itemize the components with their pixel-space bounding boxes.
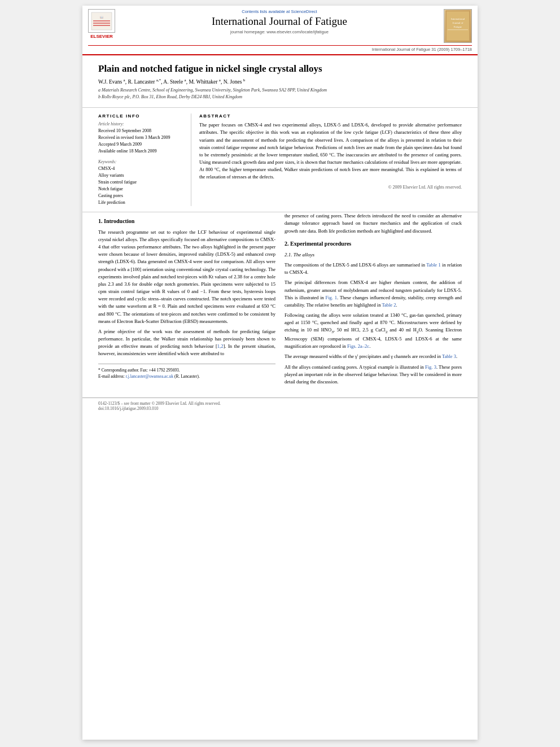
svg-rect-3 [93, 23, 110, 24]
received-date: Received 10 September 2008 [98, 128, 185, 134]
article-info-label: ARTICLE INFO [98, 113, 185, 119]
intro-para1: The research programme set out to explor… [98, 229, 275, 325]
abstract-column: ABSTRACT The paper focuses on CMSX-4 and… [199, 113, 462, 206]
keywords-label: Keywords: [98, 159, 185, 164]
keywords-block: Keywords: CMSX-4 Alloy variants Strain c… [98, 159, 185, 206]
available-date: Available online 18 March 2009 [98, 148, 185, 155]
accepted-date: Accepted 9 March 2009 [98, 141, 185, 148]
footnote-corresponding: * Corresponding author. Fax: +44 1792 29… [98, 367, 275, 373]
contents-text: Contents lists available at [242, 9, 290, 14]
journal-homepage: journal homepage: www.elsevier.com/locat… [121, 29, 438, 34]
keyword-6: Life prediction [98, 199, 185, 206]
authors-text: W.J. Evans a, R. Lancaster a,*, A. Steel… [98, 79, 245, 85]
body-right-column: the presence of casting pores. These def… [285, 212, 462, 388]
keyword-5: Casting pores [98, 193, 185, 199]
svg-text:Journal of: Journal of [452, 21, 463, 24]
affiliations: a Materials Research Centre, School of E… [98, 87, 462, 101]
elsevier-logo-image: 📖 [88, 9, 115, 33]
alloys-para2: The principal differences from CMSX-4 ar… [285, 279, 462, 309]
abstract-label: ABSTRACT [199, 113, 462, 119]
alloys-para4: The average measured widths of the γ' pr… [285, 353, 462, 360]
copyright-line: © 2009 Elsevier Ltd. All rights reserved… [199, 185, 462, 190]
alloys-para5: All the alloys contained casting pores. … [285, 364, 462, 386]
table2-link[interactable]: Table 2 [382, 302, 396, 308]
footer-doi: doi:10.1016/j.ijfatigue.2009.03.010 [98, 406, 158, 411]
abstract-text: The paper focuses on CMSX-4 and two expe… [199, 121, 462, 181]
svg-text:International: International [451, 18, 465, 20]
journal-meta: International Journal of Fatigue 31 (200… [88, 46, 472, 52]
figs2ac-link[interactable]: Figs. 2a–2c [347, 343, 369, 349]
experimental-heading: 2. Experimental procedures [285, 239, 462, 248]
table3-link[interactable]: Table 3 [442, 353, 456, 359]
affiliation-a: a Materials Research Centre, School of E… [98, 87, 462, 94]
journal-cover-thumbnail: International Journal of Fatigue [444, 9, 472, 43]
intro-para2: A prime objective of the work was the as… [98, 328, 275, 358]
table1-link[interactable]: Table 1 [426, 262, 440, 268]
footer-bar: 0142-1123/$ – see front matter © 2009 El… [82, 397, 478, 414]
elsevier-logo-block: 📖 ELSEVIER [88, 9, 115, 39]
footer-issn: 0142-1123/$ – see front matter © 2009 El… [98, 401, 221, 406]
email-link[interactable]: r.j.lancaster@swansea.ac.uk [126, 374, 173, 379]
alloys-subheading: 2.1. The alloys [285, 251, 462, 259]
footnote-area: * Corresponding author. Fax: +44 1792 29… [98, 364, 275, 380]
intro-heading: 1. Introduction [98, 217, 275, 226]
contents-line: Contents lists available at ScienceDirec… [121, 9, 438, 14]
alloys-para3: Following casting the alloys were soluti… [285, 312, 462, 350]
keyword-4: Notch fatigue [98, 186, 185, 193]
footnote-email: E-mail address: r.j.lancaster@swansea.ac… [98, 373, 275, 379]
revised-date: Received in revised form 3 March 2009 [98, 134, 185, 141]
keyword-1: CMSX-4 [98, 165, 185, 172]
elsevier-label: ELSEVIER [90, 34, 113, 39]
journal-center-block: Contents lists available at ScienceDirec… [115, 9, 444, 34]
affiliation-b: b Rolls-Royce plc, P.O. Box 31, Elton Ro… [98, 94, 462, 101]
article-info-column: ARTICLE INFO Article history: Received 1… [98, 113, 191, 206]
svg-rect-4 [93, 25, 110, 26]
svg-text:Fatigue: Fatigue [454, 25, 462, 28]
article-header: Plain and notched fatigue in nickel sing… [82, 55, 478, 108]
info-abstract-section: ARTICLE INFO Article history: Received 1… [82, 108, 478, 212]
keyword-2: Alloy variants [98, 172, 185, 179]
page: 📖 ELSEVIER Contents lists available at S… [82, 6, 478, 740]
journal-title: International Journal of Fatigue [121, 15, 438, 28]
fig3-link[interactable]: Fig. 3 [425, 364, 436, 370]
body-left-column: 1. Introduction The research programme s… [98, 212, 275, 388]
fig1-link[interactable]: Fig. 1 [326, 295, 338, 300]
sciencedirect-link[interactable]: ScienceDirect [291, 9, 317, 14]
svg-rect-2 [93, 20, 110, 21]
keyword-3: Strain control fatigue [98, 179, 185, 186]
journal-header: 📖 ELSEVIER Contents lists available at S… [82, 6, 478, 55]
article-title: Plain and notched fatigue in nickel sing… [98, 63, 462, 75]
authors-line: W.J. Evans a, R. Lancaster a,*, A. Steel… [98, 78, 462, 85]
body-section: 1. Introduction The research programme s… [82, 212, 478, 394]
article-history-block: Article history: Received 10 September 2… [98, 121, 185, 155]
alloys-para1: The compositions of the LDSX-5 and LDSX-… [285, 261, 462, 276]
history-label: Article history: [98, 121, 185, 126]
ref-1-link[interactable]: 1,2 [217, 343, 224, 349]
svg-text:📖: 📖 [100, 15, 104, 19]
right-para1: the presence of casting pores. These def… [285, 212, 462, 235]
